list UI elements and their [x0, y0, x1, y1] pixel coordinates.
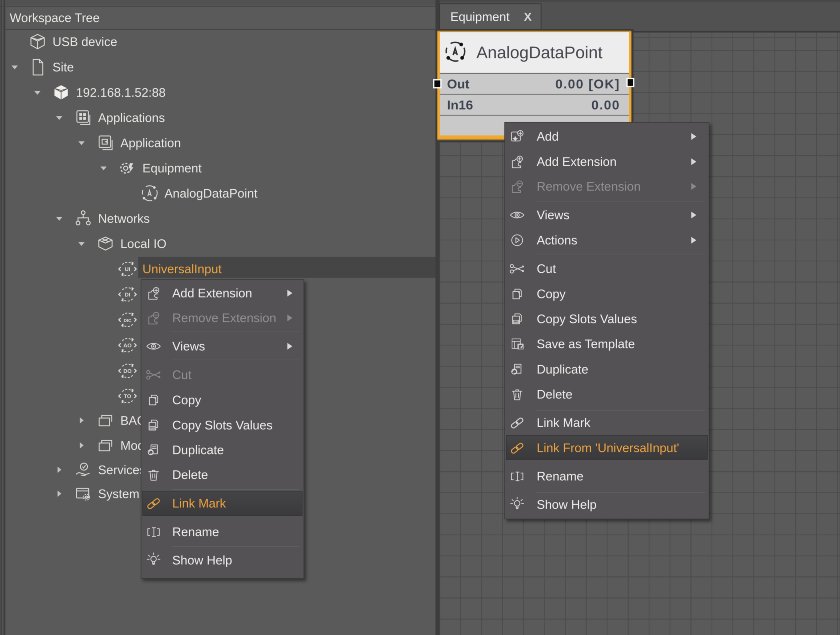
svg-text:DO: DO [123, 368, 132, 374]
svg-text:123: 123 [514, 320, 518, 323]
svg-text:AO: AO [123, 342, 132, 348]
svg-text:UI: UI [125, 266, 130, 273]
svg-text:123: 123 [151, 427, 154, 429]
svg-text:DI: DI [125, 292, 130, 298]
svg-text:DIC: DIC [124, 318, 131, 323]
svg-text:TO: TO [124, 393, 131, 399]
